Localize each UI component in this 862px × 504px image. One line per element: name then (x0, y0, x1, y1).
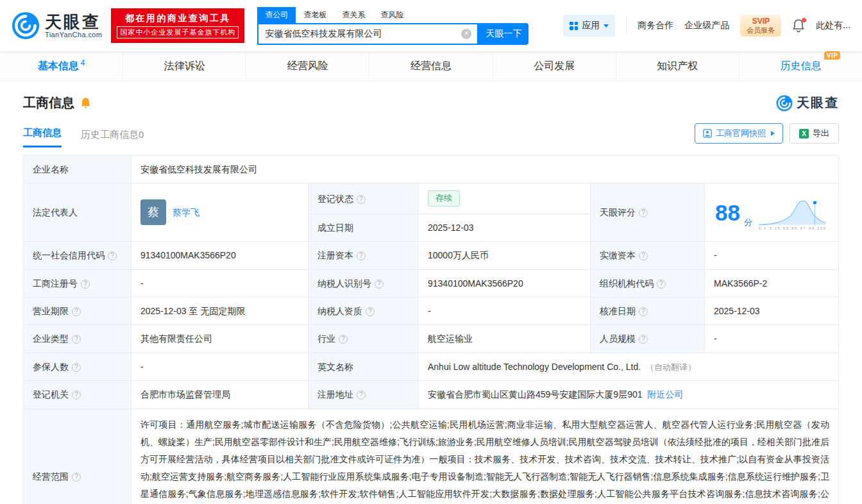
subscribe-bell-icon[interactable] (80, 97, 92, 110)
tab-intellectual-property[interactable]: 知识产权 (616, 51, 739, 81)
tianyan-score[interactable]: 88 分 0 1 3 15 55 85 97 99 100 (714, 194, 829, 231)
notifications-bell[interactable] (792, 19, 805, 33)
brand-domain: TianYanCha.com (45, 31, 102, 38)
table-row: 参保人数 - 英文名称 Anhui Low altitude Technolog… (24, 353, 839, 381)
search-button[interactable]: 天眼一下 (478, 23, 528, 45)
svip-badge[interactable]: SVIP 会员服务 (740, 15, 781, 37)
subtab-business-registration[interactable]: 工商信息 (23, 127, 62, 147)
legal-representative-link[interactable]: 蔡学飞 (173, 206, 199, 219)
info-icon[interactable] (357, 251, 366, 260)
link-business-cooperation[interactable]: 商务合作 (638, 20, 673, 31)
chevron-down-icon (604, 24, 609, 28)
field-value-registration-number: - (131, 269, 308, 297)
table-row: 法定代表人 蔡 蔡学飞 登记状态 存续 天眼评分 (24, 183, 839, 214)
export-button[interactable]: 导出 (790, 123, 839, 144)
link-enterprise-products[interactable]: 企业级产品 (684, 20, 729, 31)
field-value-registered-capital: 10000万人民币 (419, 242, 591, 269)
tab-label: 知识产权 (657, 60, 698, 73)
tab-label: 历史信息 (780, 60, 821, 71)
field-label-organization-code: 组织机构代码 (591, 269, 705, 297)
export-label: 导出 (813, 128, 829, 139)
status-badge: 存续 (428, 190, 460, 206)
official-snapshot-button[interactable]: 工商官网快照 (695, 123, 783, 144)
field-value-taxpayer-qualification: - (419, 298, 591, 325)
tab-legal-proceedings[interactable]: 法律诉讼 (123, 51, 246, 81)
field-value-industry: 航空运输业 (419, 325, 591, 353)
info-icon[interactable] (657, 280, 666, 289)
subtab-history-registration[interactable]: 历史工商信息0 (81, 129, 144, 147)
field-label-registration-number: 工商注册号 (24, 269, 131, 297)
more-menu[interactable]: 此处有... (816, 20, 850, 31)
field-value-organization-code: MAK3566P-2 (705, 269, 839, 297)
field-value-taxpayer-id: 91340100MAK3566P20 (419, 269, 591, 297)
tianyancha-logo-icon (12, 12, 40, 40)
field-value-registration-authority: 合肥市市场监督管理局 (131, 381, 308, 408)
field-label-taxpayer-qualification: 纳税人资质 (308, 298, 419, 325)
tianyancha-logo-icon (776, 95, 793, 112)
clear-icon[interactable] (461, 29, 471, 39)
info-icon[interactable] (72, 307, 81, 316)
field-value-legal-representative: 蔡 蔡学飞 (131, 183, 308, 242)
id-card-icon (703, 129, 712, 138)
info-icon[interactable] (72, 391, 81, 399)
company-nav-tabs: 基本信息 4 法律诉讼 经营风险 经营信息 公司发展 知识产权 历史信息 VIP (0, 51, 862, 81)
brand-name: 天眼查 (45, 13, 102, 31)
search-tab-boss[interactable]: 查老板 (296, 7, 334, 23)
apps-menu[interactable]: 应用 (563, 15, 615, 37)
info-icon[interactable] (639, 335, 648, 344)
avatar[interactable]: 蔡 (140, 199, 166, 225)
info-icon[interactable] (357, 195, 366, 204)
tab-count: 4 (81, 58, 85, 67)
field-value-business-scope: 许可项目：通用航空服务;城市配送运输服务（不含危险货物）;公共航空运输;民用机场… (131, 408, 839, 504)
divider (626, 19, 627, 33)
info-icon[interactable] (108, 251, 117, 260)
info-icon[interactable] (339, 335, 348, 344)
notification-dot (802, 18, 806, 22)
info-icon[interactable] (72, 473, 81, 482)
info-icon[interactable] (72, 335, 81, 344)
score-axis-labels: 0 1 3 15 55 85 97 99 100 (759, 226, 826, 230)
search-row: 天眼一下 (257, 23, 528, 45)
tab-basic-info[interactable]: 基本信息 4 (0, 51, 123, 81)
field-label-company-name: 企业名称 (24, 156, 131, 183)
watermark-brand-name: 天眼查 (797, 94, 839, 112)
promo-banner[interactable]: 都在用的商业查询工具 国家中小企业发展子基金旗下机构 (111, 8, 244, 43)
info-icon[interactable] (366, 307, 375, 316)
info-icon[interactable] (639, 208, 648, 217)
tab-label: 经营风险 (287, 60, 328, 73)
field-value-approval-date: 2025-12-03 (705, 298, 839, 325)
main-content: 工商信息 天眼查 工商信息 历史工商信息0 (0, 81, 862, 504)
field-label-company-type: 企业类型 (24, 325, 131, 353)
promo-line1: 都在用的商业查询工具 (117, 13, 239, 24)
tab-label: 基本信息 (38, 60, 79, 73)
info-icon[interactable] (375, 280, 384, 289)
field-label-business-term: 营业期限 (24, 298, 131, 325)
info-icon[interactable] (639, 307, 648, 316)
play-arrow-icon (771, 131, 775, 136)
tianyancha-logo[interactable]: 天眼查 TianYanCha.com (12, 12, 102, 40)
field-value-insured-count: - (131, 353, 308, 381)
header-right: 应用 商务合作 企业级产品 SVIP 会员服务 此处有... (563, 15, 850, 37)
info-icon[interactable] (357, 391, 366, 399)
table-row: 统一社会信用代码 91340100MAK3566P20 注册资本 10000万人… (24, 242, 839, 269)
search-tabs: 查公司 查老板 查关系 查风险 (257, 7, 528, 23)
field-label-english-name: 英文名称 (308, 353, 419, 381)
search-tab-company[interactable]: 查公司 (257, 7, 296, 23)
nearby-companies-link[interactable]: 附近公司 (647, 389, 683, 399)
search-input[interactable] (258, 29, 461, 39)
tab-history-info[interactable]: 历史信息 VIP (739, 51, 862, 81)
search-area: 查公司 查老板 查关系 查风险 天眼一下 (257, 7, 528, 45)
info-icon[interactable] (81, 280, 90, 289)
field-value-establish-date: 2025-12-03 (419, 214, 591, 242)
subtabs-row: 工商信息 历史工商信息0 工商官网快照 导出 (23, 123, 839, 147)
tab-operating-risk[interactable]: 经营风险 (246, 51, 369, 81)
info-icon[interactable] (639, 251, 648, 260)
tab-company-development[interactable]: 公司发展 (493, 51, 616, 81)
field-value-business-term: 2025-12-03 至 无固定期限 (131, 298, 308, 325)
search-tab-risk[interactable]: 查风险 (373, 7, 411, 23)
tab-business-info[interactable]: 经营信息 (369, 51, 492, 81)
search-tab-relationship[interactable]: 查关系 (334, 7, 373, 23)
svip-subtitle: 会员服务 (747, 26, 775, 35)
top-header: 天眼查 TianYanCha.com 都在用的商业查询工具 国家中小企业发展子基… (0, 0, 862, 51)
info-icon[interactable] (72, 363, 81, 372)
